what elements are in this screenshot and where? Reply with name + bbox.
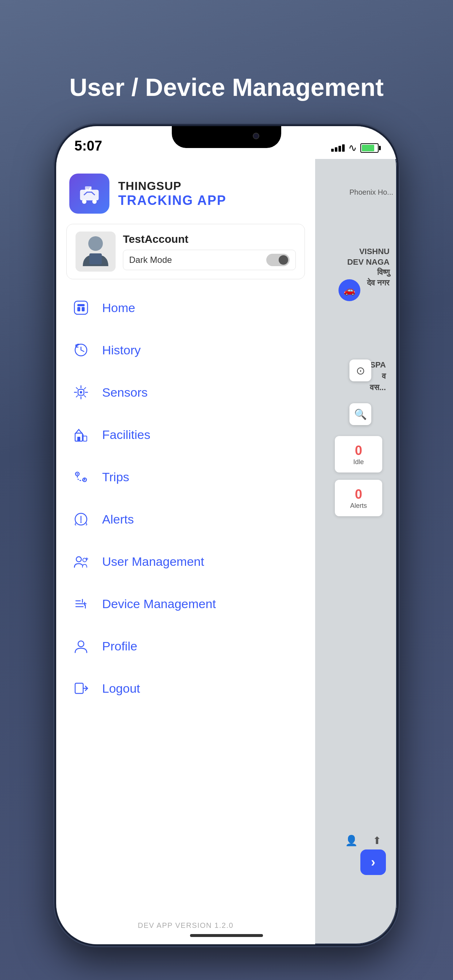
svg-point-3 — [92, 199, 97, 204]
profile-icon — [70, 635, 92, 657]
drawer-header: THINGSUP TRACKING APP — [56, 159, 315, 224]
svg-rect-9 — [82, 307, 85, 311]
svg-line-18 — [76, 388, 78, 389]
user-avatar — [75, 232, 116, 272]
user-icon[interactable]: 👤 — [342, 831, 360, 850]
history-icon — [70, 339, 92, 361]
nav-item-trips[interactable]: Trips — [66, 456, 305, 498]
wifi-icon: ∿ — [348, 142, 357, 154]
app-name-block: THINGSUP TRACKING APP — [118, 180, 226, 208]
nav-item-device-management[interactable]: Device Management — [66, 582, 305, 625]
dark-mode-toggle[interactable] — [266, 254, 290, 266]
drawer-footer: DEV APP VERSION 1.2.0 — [56, 914, 315, 944]
notch — [172, 126, 281, 148]
map-stat-idle: 0 Idle — [335, 436, 382, 473]
logout-icon — [70, 678, 92, 699]
svg-point-31 — [80, 521, 82, 523]
signal-icon — [331, 145, 345, 152]
status-icons: ∿ — [331, 142, 379, 154]
nav-label-profile: Profile — [102, 639, 137, 653]
trips-icon — [70, 466, 92, 488]
nav-label-home: Home — [102, 301, 135, 315]
nav-label-sensors: Sensors — [102, 385, 148, 399]
svg-point-2 — [82, 199, 86, 204]
svg-rect-7 — [74, 301, 88, 314]
nav-label-user-management: User Management — [102, 555, 204, 569]
svg-rect-10 — [77, 304, 85, 306]
svg-rect-0 — [80, 190, 99, 200]
nav-label-alerts: Alerts — [102, 512, 134, 527]
svg-rect-8 — [77, 307, 80, 311]
svg-point-43 — [78, 641, 84, 647]
idle-count: 0 — [355, 443, 362, 458]
app-name-top: THINGSUP — [118, 180, 226, 193]
nav-item-profile[interactable]: Profile — [66, 625, 305, 667]
svg-rect-13 — [80, 391, 82, 393]
nav-item-alerts[interactable]: Alerts — [66, 498, 305, 540]
share-icon[interactable]: ⬆ — [368, 831, 386, 850]
phone-screen: 5:07 ∿ Phoenix Ho... VISHNUDEV NAGAविष्ण… — [56, 126, 397, 944]
idle-label: Idle — [353, 458, 364, 466]
svg-point-27 — [77, 473, 78, 475]
nav-item-facilities[interactable]: Facilities — [66, 414, 305, 456]
svg-rect-44 — [75, 683, 83, 694]
app-name-sub: TRACKING APP — [118, 193, 226, 208]
navigation-drawer: THINGSUP TRACKING APP TestAccount — [56, 159, 315, 944]
nav-item-sensors[interactable]: Sensors — [66, 371, 305, 414]
map-arrow-button[interactable]: › — [360, 850, 386, 875]
battery-icon — [360, 143, 379, 153]
nav-label-facilities: Facilities — [102, 428, 150, 442]
status-time: 5:07 — [74, 138, 102, 154]
nav-item-logout[interactable]: Logout — [66, 667, 305, 710]
svg-line-19 — [84, 396, 86, 397]
toggle-knob — [279, 255, 288, 265]
nav-label-history: History — [102, 343, 141, 357]
home-indicator — [190, 934, 263, 937]
nav-label-logout: Logout — [102, 681, 140, 695]
page-title: User / Device Management — [0, 73, 453, 101]
nav-item-home[interactable]: Home — [66, 286, 305, 329]
svg-rect-25 — [77, 437, 80, 441]
user-management-icon — [70, 550, 92, 573]
page-header: User / Device Management — [0, 0, 453, 123]
home-icon — [70, 297, 92, 319]
svg-rect-6 — [89, 253, 102, 264]
vehicle-pin: 🚗 — [338, 279, 360, 301]
map-target-button[interactable]: ⊙ — [349, 360, 371, 381]
svg-rect-23 — [83, 436, 87, 441]
user-card: TestAccount Dark Mode — [66, 224, 305, 279]
username: TestAccount — [123, 233, 296, 245]
phone-shell: 5:07 ∿ Phoenix Ho... VISHNUDEV NAGAविष्ण… — [53, 123, 400, 947]
svg-point-33 — [76, 557, 81, 562]
svg-line-21 — [76, 396, 78, 397]
alerts-count: 0 — [355, 487, 362, 502]
nav-menu: Home History — [56, 286, 315, 914]
map-stat-alerts: 0 Alerts — [335, 480, 382, 516]
version-text: DEV APP VERSION 1.2.0 — [138, 921, 233, 929]
dark-mode-label: Dark Mode — [129, 255, 172, 265]
front-camera — [253, 133, 259, 139]
facilities-icon — [70, 424, 92, 445]
nav-label-device-management: Device Management — [102, 597, 216, 611]
alerts-label: Alerts — [350, 502, 367, 510]
svg-point-5 — [88, 236, 103, 251]
map-bottom-icons: 👤 ⬆ — [342, 831, 386, 850]
nav-item-user-management[interactable]: User Management — [66, 540, 305, 582]
map-label-phoenix: Phoenix Ho... — [349, 188, 393, 197]
nav-label-trips: Trips — [102, 470, 129, 484]
svg-line-20 — [84, 388, 86, 389]
app-logo — [69, 173, 109, 214]
user-info: TestAccount Dark Mode — [123, 233, 296, 270]
nav-item-history[interactable]: History — [66, 329, 305, 371]
sensors-icon — [70, 381, 92, 403]
dark-mode-row: Dark Mode — [123, 250, 296, 270]
alerts-icon — [70, 508, 92, 530]
map-search-button[interactable]: 🔍 — [349, 403, 371, 425]
device-management-icon — [70, 593, 92, 615]
